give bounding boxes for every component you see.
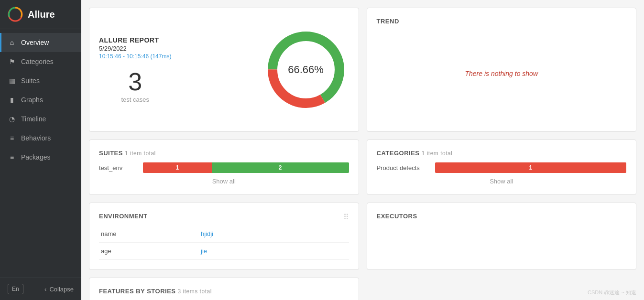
trend-card: TREND There is nothing to show xyxy=(367,8,637,132)
sidebar-item-label: Categories xyxy=(21,58,54,65)
suite-bar: 1 2 xyxy=(143,162,349,173)
executors-card: EXECUTORS xyxy=(367,203,637,270)
donut-percent-label: 66.66% xyxy=(288,64,324,76)
environment-table: name hjidji age jie xyxy=(99,225,349,260)
app-title: Allure xyxy=(28,9,55,20)
sidebar-logo: Allure xyxy=(0,0,81,29)
sidebar-item-label: Overview xyxy=(21,39,49,46)
chevron-left-icon: ‹ xyxy=(44,286,46,293)
suite-bar-fail: 1 xyxy=(143,162,212,173)
categories-show-all[interactable]: Show all xyxy=(377,178,627,185)
grid-icon: ⠿ xyxy=(343,213,349,222)
donut-chart: 66.66% xyxy=(263,27,349,113)
features-title: FEATURES BY STORIES 3 items total xyxy=(99,288,349,295)
env-key: age xyxy=(99,243,199,260)
graphs-icon: ▮ xyxy=(8,96,16,104)
report-date: 5/29/2022 xyxy=(99,45,171,52)
report-card: ALLURE REPORT 5/29/2022 10:15:46 - 10:15… xyxy=(89,8,359,132)
executors-title: EXECUTORS xyxy=(377,213,627,220)
sidebar-item-behaviors[interactable]: ≡ Behaviors xyxy=(0,129,81,148)
sidebar-item-label: Behaviors xyxy=(21,134,51,142)
env-value: hjidji xyxy=(199,225,349,243)
sidebar-item-packages[interactable]: ≡ Packages xyxy=(0,148,81,167)
env-row: name hjidji xyxy=(99,225,349,243)
sidebar-item-label: Suites xyxy=(21,77,40,85)
collapse-button[interactable]: ‹ Collapse xyxy=(44,286,74,293)
sidebar-item-graphs[interactable]: ▮ Graphs xyxy=(0,90,81,109)
collapse-label: Collapse xyxy=(49,286,74,293)
sidebar-item-label: Timeline xyxy=(21,115,46,123)
allure-logo-icon xyxy=(8,7,23,22)
watermark: CSDN @迷途 ~ 知返 xyxy=(588,289,636,296)
suite-name: test_env xyxy=(99,164,137,171)
flag-icon: ⚑ xyxy=(8,57,16,66)
category-row: Product defects 1 xyxy=(377,162,627,173)
sidebar-bottom: En ‹ Collapse xyxy=(0,278,81,300)
report-info: ALLURE REPORT 5/29/2022 10:15:46 - 10:15… xyxy=(99,36,171,103)
sidebar-item-label: Graphs xyxy=(21,96,43,104)
categories-card: CATEGORIES 1 item total Product defects … xyxy=(367,139,637,195)
suite-row: test_env 1 2 xyxy=(99,162,349,173)
sidebar-item-suites[interactable]: ▦ Suites xyxy=(0,71,81,90)
packages-icon: ≡ xyxy=(8,153,16,161)
test-count-label: test cases xyxy=(99,96,171,103)
suites-card: SUITES 1 item total test_env 1 2 Show al… xyxy=(89,139,359,195)
main-content: ALLURE REPORT 5/29/2022 10:15:46 - 10:15… xyxy=(81,0,644,300)
sidebar-item-label: Packages xyxy=(21,153,50,161)
sidebar-item-categories[interactable]: ⚑ Categories xyxy=(0,52,81,71)
report-title: ALLURE REPORT xyxy=(99,36,171,44)
report-time: 10:15:46 - 10:15:46 (147ms) xyxy=(99,53,171,60)
sidebar: Allure ⌂ Overview ⚑ Categories ▦ Suites … xyxy=(0,0,81,300)
trend-title: TREND xyxy=(377,18,627,25)
home-icon: ⌂ xyxy=(8,38,16,47)
suites-title: SUITES 1 item total xyxy=(99,150,349,157)
env-key: name xyxy=(99,225,199,243)
category-name: Product defects xyxy=(377,164,429,171)
environment-title: ENVIRONMENT xyxy=(99,213,349,220)
features-card: FEATURES BY STORIES 3 items total xyxy=(89,278,359,300)
test-count-number: 3 xyxy=(99,69,171,94)
sidebar-item-overview[interactable]: ⌂ Overview xyxy=(0,33,81,52)
env-row: age jie xyxy=(99,243,349,260)
suites-icon: ▦ xyxy=(8,76,16,85)
categories-title: CATEGORIES 1 item total xyxy=(377,150,627,157)
sidebar-item-timeline[interactable]: ◔ Timeline xyxy=(0,109,81,129)
behaviors-icon: ≡ xyxy=(8,134,16,142)
category-bar: 1 xyxy=(435,162,627,173)
trend-empty-message: There is nothing to show xyxy=(377,31,627,117)
suite-bar-pass: 2 xyxy=(212,162,349,173)
environment-card: ⠿ ENVIRONMENT name hjidji age jie xyxy=(89,203,359,270)
test-count-block: 3 test cases xyxy=(99,69,171,103)
sidebar-nav: ⌂ Overview ⚑ Categories ▦ Suites ▮ Graph… xyxy=(0,29,81,278)
language-button[interactable]: En xyxy=(8,284,23,294)
clock-icon: ◔ xyxy=(8,115,16,123)
env-value: jie xyxy=(199,243,349,260)
suites-show-all[interactable]: Show all xyxy=(99,178,349,185)
